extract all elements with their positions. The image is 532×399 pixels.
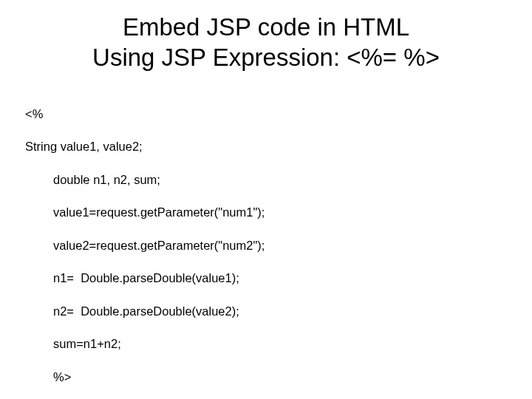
code-line: sum=n1+n2; [25,335,510,352]
slide-title: Embed JSP code in HTML Using JSP Express… [0,0,532,73]
slide: Embed JSP code in HTML Using JSP Express… [0,0,532,399]
code-line: <% [25,106,510,122]
title-line-1: Embed JSP code in HTML [30,12,502,42]
code-line: String value1, value2; [25,138,510,154]
code-block: <% String value1, value2; double n1, n2,… [0,73,532,400]
code-line: n1= Double.parseDouble(value1); [25,270,510,286]
code-line: value1=request.getParameter("num1"); [25,204,510,220]
code-line: %> [25,369,510,385]
code-line: value2=request.getParameter("num2"); [25,237,510,253]
code-line: n2= Double.parseDouble(value2); [25,303,510,319]
title-line-2: Using JSP Expression: <%= %> [30,42,502,72]
code-line: double n1, n2, sum; [25,171,510,188]
